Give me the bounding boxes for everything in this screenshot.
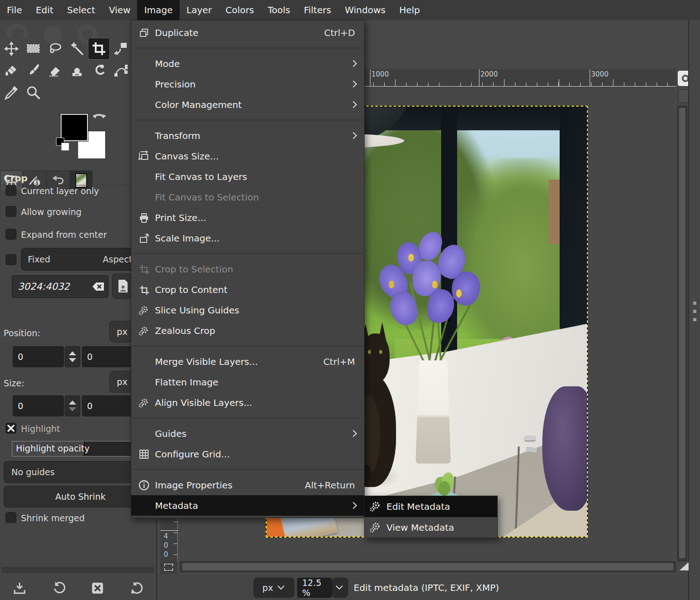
gear-icon — [139, 305, 149, 316]
menu-item-metadata[interactable]: Metadata — [131, 495, 364, 516]
size-height-field[interactable]: 0 — [82, 395, 134, 416]
expand-from-center-checkbox[interactable] — [5, 229, 16, 240]
check-x-icon — [7, 425, 15, 432]
navigation-button[interactable] — [678, 562, 690, 573]
auto-shrink-label: Auto Shrink — [55, 492, 105, 502]
tool-free-select[interactable] — [45, 38, 66, 59]
horizontal-scrollbar-handle[interactable] — [182, 563, 674, 570]
foreground-color-swatch[interactable] — [61, 114, 88, 141]
shortcut: Ctrl+M — [323, 356, 358, 367]
vertical-scrollbar[interactable] — [677, 106, 687, 561]
menu-filters[interactable]: Filters — [297, 0, 338, 20]
size-spinner[interactable] — [65, 395, 80, 416]
menu-item-edit-metadata[interactable]: Edit Metadata — [365, 496, 497, 517]
menu-help[interactable]: Help — [392, 0, 427, 20]
printer-icon — [139, 212, 149, 223]
menu-item-mode[interactable]: Mode — [131, 53, 364, 74]
menu-item-align-visible-layers[interactable]: Align Visible Layers... — [131, 392, 364, 413]
menu-separator — [132, 346, 363, 346]
size-width-field[interactable]: 0 — [13, 395, 64, 416]
menu-windows[interactable]: Windows — [338, 0, 392, 20]
tool-paths[interactable] — [110, 60, 131, 81]
position-spinner[interactable] — [65, 346, 80, 367]
menu-item-image-properties[interactable]: Image Properties Alt+Return — [131, 475, 364, 495]
menu-edit[interactable]: Edit — [29, 0, 60, 20]
tool-smudge[interactable] — [88, 60, 109, 81]
tool-paintbrush[interactable] — [23, 60, 44, 81]
unit-dropdown[interactable]: px — [253, 578, 294, 598]
menu-item-slice-using-guides[interactable]: Slice Using Guides — [131, 300, 364, 320]
menu-separator — [132, 469, 363, 470]
aspect-ratio-input[interactable]: 3024:4032 — [12, 275, 108, 298]
menu-item-color-management[interactable]: Color Management — [131, 94, 364, 115]
menu-item-canvas-size[interactable]: Canvas Size... — [131, 146, 364, 166]
tool-fuzzy-select[interactable] — [67, 38, 88, 59]
menu-view[interactable]: View — [102, 0, 137, 20]
ruler-tick-1000: 1000 — [370, 69, 371, 87]
menu-item-scale-image[interactable]: Scale Image... — [131, 228, 364, 248]
succulent — [435, 470, 455, 497]
right-dock-splitter[interactable] — [688, 20, 700, 600]
menu-file[interactable]: File — [0, 0, 29, 20]
menu-item-print-size[interactable]: Print Size... — [131, 207, 364, 228]
menu-item-view-metadata[interactable]: View Metadata — [365, 517, 497, 538]
menu-item-flatten-image[interactable]: Flatten Image — [131, 372, 364, 392]
tool-color-picker[interactable] — [1, 82, 22, 103]
menu-item-guides[interactable]: Guides — [131, 423, 364, 444]
tool-clone[interactable] — [67, 60, 88, 81]
zoom-value: 12.5 % — [302, 578, 327, 598]
menu-item-crop-to-content[interactable]: Crop to Content — [131, 279, 364, 300]
paths-icon — [113, 63, 129, 78]
expand-from-center-label: Expand from center — [21, 230, 107, 240]
vertical-scrollbar-handle[interactable] — [679, 108, 685, 558]
size-width-value: 0 — [18, 401, 23, 411]
current-layer-only-checkbox[interactable] — [5, 185, 16, 196]
crop-content-icon — [139, 284, 149, 295]
delete-preset-icon[interactable] — [91, 581, 104, 595]
position-x-field[interactable]: 0 — [13, 346, 64, 367]
zoom-input[interactable]: 12.5 % — [297, 578, 332, 598]
quick-mask-toggle[interactable] — [160, 560, 177, 574]
menu-item-precision[interactable]: Precision — [131, 74, 364, 94]
save-preset-icon[interactable] — [13, 581, 26, 595]
gimp-window: 1000 2000 3000 400 — [0, 0, 700, 600]
menu-bar: File Edit Select View Image Layer Colors… — [0, 0, 700, 20]
tool-zoom[interactable] — [23, 82, 44, 103]
duplicate-icon — [139, 28, 149, 38]
tool-bucket-fill[interactable] — [1, 60, 22, 81]
submenu-arrow-icon — [350, 81, 357, 88]
position-y-field[interactable]: 0 — [82, 346, 134, 367]
menu-item-zealous-crop[interactable]: Zealous Crop — [131, 320, 364, 341]
allow-growing-checkbox[interactable] — [5, 206, 16, 217]
position-label: Position: — [4, 328, 40, 338]
tool-crop[interactable] — [88, 38, 109, 59]
menu-colors[interactable]: Colors — [219, 0, 261, 20]
page-orientation-icon — [118, 279, 129, 293]
swap-colors-icon[interactable] — [92, 110, 107, 122]
menu-item-configure-grid[interactable]: Configure Grid... — [131, 444, 364, 464]
tool-eraser[interactable] — [45, 60, 66, 81]
zoom-dropdown-button[interactable] — [332, 578, 348, 598]
menu-item-transform[interactable]: Transform — [131, 125, 364, 146]
menu-layer[interactable]: Layer — [180, 0, 219, 20]
horizontal-scrollbar[interactable] — [180, 561, 676, 572]
restore-preset-icon[interactable] — [52, 581, 66, 595]
menu-tools[interactable]: Tools — [261, 0, 297, 20]
tool-move[interactable] — [1, 38, 22, 59]
shrink-merged-checkbox[interactable] — [5, 512, 16, 523]
ruler-tick-2000: 2000 — [479, 69, 479, 87]
ruler-label: 400 — [162, 532, 170, 559]
fixed-checkbox[interactable] — [5, 254, 16, 265]
highlight-checkbox[interactable] — [5, 423, 16, 434]
tool-unified-transform[interactable] — [110, 38, 131, 59]
menu-item-duplicate[interactable]: Duplicate Ctrl+D — [131, 22, 364, 43]
ruler-label: 2000 — [480, 70, 498, 78]
menu-item-fit-canvas-to-layers[interactable]: Fit Canvas to Layers — [131, 166, 364, 187]
rectangle-select-icon — [26, 41, 41, 56]
tool-rectangle-select[interactable] — [23, 38, 44, 59]
clear-input-icon[interactable] — [93, 282, 104, 291]
reset-tool-icon[interactable] — [130, 581, 144, 595]
menu-item-merge-visible-layers[interactable]: Merge Visible Layers...Ctrl+M — [131, 351, 364, 372]
menu-image[interactable]: Image — [137, 0, 180, 20]
menu-select[interactable]: Select — [60, 0, 102, 20]
